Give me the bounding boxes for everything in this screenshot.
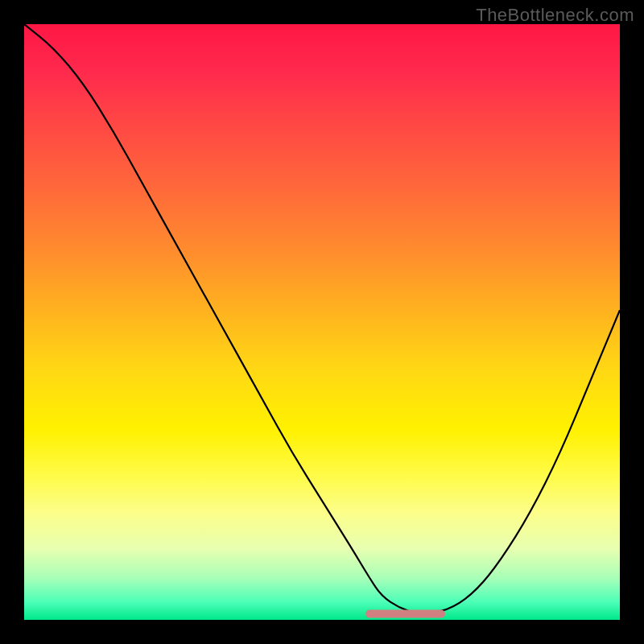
chart-svg — [24, 24, 620, 620]
bottleneck-curve-line — [24, 24, 620, 614]
watermark-text: TheBottleneck.com — [476, 5, 634, 26]
plot-area — [24, 24, 620, 620]
